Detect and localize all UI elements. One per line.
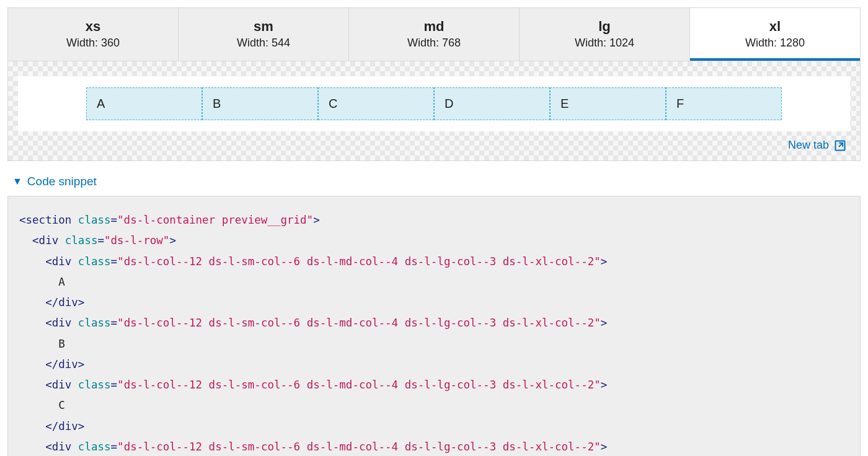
tab-md-label: md <box>354 19 514 34</box>
code-snippet-toggle-label: Code snippet <box>27 175 97 188</box>
tab-xs[interactable]: xs Width: 360 <box>8 8 179 61</box>
tab-lg[interactable]: lg Width: 1024 <box>520 8 690 61</box>
tab-sm[interactable]: sm Width: 544 <box>179 8 349 61</box>
open-new-tab-link[interactable]: New tab <box>788 139 846 152</box>
grid-col-f: F <box>666 87 782 120</box>
external-link-icon <box>834 139 846 152</box>
grid-col-b: B <box>202 87 318 120</box>
tab-lg-sub: Width: 1024 <box>525 37 684 50</box>
breakpoint-tabs: xs Width: 360 sm Width: 544 md Width: 76… <box>7 7 861 61</box>
tab-xs-label: xs <box>13 19 173 34</box>
grid-row: A B C D E F <box>86 87 782 120</box>
grid-col-c: C <box>318 87 434 120</box>
tab-xl-sub: Width: 1280 <box>695 37 855 50</box>
preview-panel: A B C D E F New tab <box>7 61 861 161</box>
tab-md-sub: Width: 768 <box>354 37 514 50</box>
tab-sm-label: sm <box>184 19 343 34</box>
open-new-tab-label: New tab <box>788 139 829 152</box>
tab-lg-label: lg <box>525 19 684 34</box>
code-snippet-block: <section class="ds-l-container preview__… <box>7 196 861 456</box>
disclosure-triangle-icon: ▼ <box>12 176 22 187</box>
tab-xl-label: xl <box>695 19 855 34</box>
newtab-bar: New tab <box>18 138 850 156</box>
code-snippet-toggle[interactable]: ▼ Code snippet <box>12 175 97 188</box>
tab-xl[interactable]: xl Width: 1280 <box>690 8 860 61</box>
tab-md[interactable]: md Width: 768 <box>349 8 520 61</box>
tab-sm-sub: Width: 544 <box>184 37 343 50</box>
grid-col-d: D <box>434 87 550 120</box>
grid-col-e: E <box>550 87 666 120</box>
tab-xs-sub: Width: 360 <box>13 37 173 50</box>
preview-stage: A B C D E F <box>18 76 850 131</box>
grid-col-a: A <box>86 87 202 120</box>
